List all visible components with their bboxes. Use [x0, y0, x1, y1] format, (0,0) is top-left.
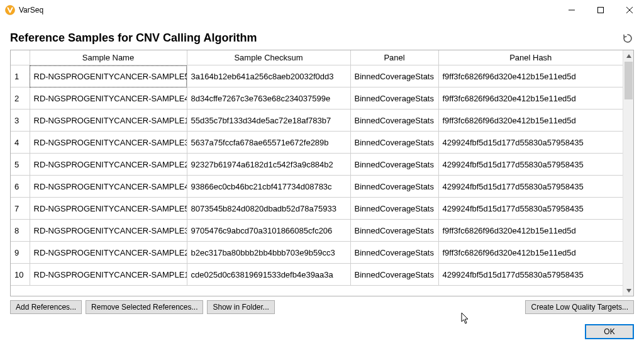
panel-cell[interactable]: BinnedCoverageStats: [350, 154, 438, 176]
vertical-scrollbar[interactable]: [623, 50, 633, 296]
create-low-quality-targets-button[interactable]: Create Low Quality Targets...: [525, 300, 634, 314]
panel-hash-cell[interactable]: 429924fbf5d15d177d55830a57958435: [438, 176, 623, 198]
panel-cell[interactable]: BinnedCoverageStats: [350, 220, 438, 242]
sample-checksum-cell[interactable]: 55d35c7bf133d34de5ac72e18af783b7: [187, 110, 350, 132]
row-number-cell: 2: [11, 87, 30, 110]
panel-hash-cell[interactable]: 429924fbf5d15d177d55830a57958435: [438, 198, 623, 220]
maximize-button[interactable]: [586, 0, 615, 20]
add-references-button[interactable]: Add References...: [10, 300, 82, 314]
panel-hash-cell[interactable]: 429924fbf5d15d177d55830a57958435: [438, 132, 623, 154]
panel-hash-cell[interactable]: 429924fbf5d15d177d55830a57958435: [438, 154, 623, 176]
panel-cell[interactable]: BinnedCoverageStats: [350, 65, 438, 87]
column-header-sample-name[interactable]: Sample Name: [30, 50, 187, 65]
sample-checksum-cell[interactable]: 92327b61974a6182d1c542f3a9c884b2: [187, 154, 350, 176]
show-in-folder-button[interactable]: Show in Folder...: [207, 300, 274, 314]
sample-name-cell[interactable]: RD-NGSPROGENITYCANCER-SAMPLE3: [30, 132, 187, 154]
sample-checksum-cell[interactable]: 5637a75fccfa678ae65571e672fe289b: [187, 132, 350, 154]
remove-selected-references-button[interactable]: Remove Selected References...: [86, 300, 203, 314]
table-row[interactable]: 10RD-NGSPROGENITYCANCER-SAMPLE1cde025d0c…: [11, 264, 623, 286]
title-bar: VarSeq: [0, 0, 644, 20]
app-icon: [5, 5, 15, 15]
panel-hash-cell[interactable]: f9ff3fc6826f96d320e412b15e11ed5d: [438, 242, 623, 264]
sample-name-cell[interactable]: RD-NGSPROGENITYCANCER-SAMPLE2: [30, 242, 187, 264]
panel-cell[interactable]: BinnedCoverageStats: [350, 198, 438, 220]
sample-name-cell[interactable]: RD-NGSPROGENITYCANCER-SAMPLE3: [30, 220, 187, 242]
sample-checksum-cell[interactable]: 9705476c9abcd70a3101866085cfc206: [187, 220, 350, 242]
svg-line-4: [626, 7, 633, 13]
table-row[interactable]: 2RD-NGSPROGENITYCANCER-SAMPLE48d34cffe72…: [11, 87, 623, 110]
panel-hash-cell[interactable]: f9ff3fc6826f96d320e412b15e11ed5d: [438, 110, 623, 132]
sample-checksum-cell[interactable]: 93866ec0cb46bc21cbf417734d08783c: [187, 176, 350, 198]
close-button[interactable]: [615, 0, 644, 20]
panel-cell[interactable]: BinnedCoverageStats: [350, 242, 438, 264]
row-number-cell: 1: [11, 65, 30, 87]
row-number-cell: 3: [11, 110, 30, 132]
svg-point-0: [6, 5, 15, 14]
panel-cell[interactable]: BinnedCoverageStats: [350, 176, 438, 198]
row-number-header[interactable]: [11, 50, 30, 65]
panel-cell[interactable]: BinnedCoverageStats: [350, 87, 438, 110]
sample-name-cell[interactable]: RD-NGSPROGENITYCANCER-SAMPLE1: [30, 264, 187, 286]
panel-hash-cell[interactable]: 429924fbf5d15d177d55830a57958435: [438, 264, 623, 286]
scroll-thumb[interactable]: [625, 62, 633, 99]
row-number-cell: 10: [11, 264, 30, 286]
sample-checksum-cell[interactable]: 8d34cffe7267c3e763e68c234037599e: [187, 87, 350, 110]
scroll-up-arrow[interactable]: [623, 50, 634, 61]
row-number-cell: 8: [11, 220, 30, 242]
table-row[interactable]: 9RD-NGSPROGENITYCANCER-SAMPLE2b2ec317ba8…: [11, 242, 623, 264]
panel-hash-cell[interactable]: f9ff3fc6826f96d320e412b15e11ed5d: [438, 220, 623, 242]
table-row[interactable]: 5RD-NGSPROGENITYCANCER-SAMPLE292327b6197…: [11, 154, 623, 176]
reference-samples-table[interactable]: Sample Name Sample Checksum Panel Panel …: [10, 50, 634, 296]
sample-checksum-cell[interactable]: 3a164b12eb641a256c8aeb20032f0dd3: [187, 65, 350, 87]
table-row[interactable]: 3RD-NGSPROGENITYCANCER-SAMPLE155d35c7bf1…: [11, 110, 623, 132]
sample-checksum-cell[interactable]: b2ec317ba80bbb2bb4bbb703e9b59cc3: [187, 242, 350, 264]
refresh-button[interactable]: [621, 32, 634, 45]
table-row[interactable]: 4RD-NGSPROGENITYCANCER-SAMPLE35637a75fcc…: [11, 132, 623, 154]
row-number-cell: 4: [11, 132, 30, 154]
sample-name-cell[interactable]: RD-NGSPROGENITYCANCER-SAMPLE4: [30, 87, 187, 110]
ok-button[interactable]: OK: [585, 324, 634, 339]
panel-cell[interactable]: BinnedCoverageStats: [350, 110, 438, 132]
column-header-sample-checksum[interactable]: Sample Checksum: [187, 50, 350, 65]
table-row[interactable]: 7RD-NGSPROGENITYCANCER-SAMPLE58073545b82…: [11, 198, 623, 220]
column-header-panel-hash[interactable]: Panel Hash: [438, 50, 623, 65]
window-title: VarSeq: [19, 6, 43, 14]
sample-name-cell[interactable]: RD-NGSPROGENITYCANCER-SAMPLE2: [30, 154, 187, 176]
row-number-cell: 6: [11, 176, 30, 198]
panel-hash-cell[interactable]: f9ff3fc6826f96d320e412b15e11ed5d: [438, 87, 623, 110]
sample-name-cell[interactable]: RD-NGSPROGENITYCANCER-SAMPLE5: [30, 198, 187, 220]
sample-checksum-cell[interactable]: 8073545b824d0820dbadb52d78a75933: [187, 198, 350, 220]
page-title: Reference Samples for CNV Calling Algori…: [10, 31, 257, 45]
sample-name-cell[interactable]: RD-NGSPROGENITYCANCER-SAMPLE5: [30, 65, 187, 87]
table-row[interactable]: 8RD-NGSPROGENITYCANCER-SAMPLE39705476c9a…: [11, 220, 623, 242]
table-row[interactable]: 1RD-NGSPROGENITYCANCER-SAMPLE53a164b12eb…: [11, 65, 623, 87]
panel-cell[interactable]: BinnedCoverageStats: [350, 264, 438, 286]
svg-rect-2: [598, 8, 604, 13]
sample-name-cell[interactable]: RD-NGSPROGENITYCANCER-SAMPLE4: [30, 176, 187, 198]
sample-checksum-cell[interactable]: cde025d0c63819691533defb4e39aa3a: [187, 264, 350, 286]
panel-hash-cell[interactable]: f9ff3fc6826f96d320e412b15e11ed5d: [438, 65, 623, 87]
row-number-cell: 9: [11, 242, 30, 264]
table-row[interactable]: 6RD-NGSPROGENITYCANCER-SAMPLE493866ec0cb…: [11, 176, 623, 198]
minimize-button[interactable]: [557, 0, 586, 20]
row-number-cell: 7: [11, 198, 30, 220]
sample-name-cell[interactable]: RD-NGSPROGENITYCANCER-SAMPLE1: [30, 110, 187, 132]
svg-line-3: [626, 7, 633, 13]
scroll-down-arrow[interactable]: [623, 285, 634, 296]
column-header-panel[interactable]: Panel: [350, 50, 438, 65]
panel-cell[interactable]: BinnedCoverageStats: [350, 132, 438, 154]
row-number-cell: 5: [11, 154, 30, 176]
